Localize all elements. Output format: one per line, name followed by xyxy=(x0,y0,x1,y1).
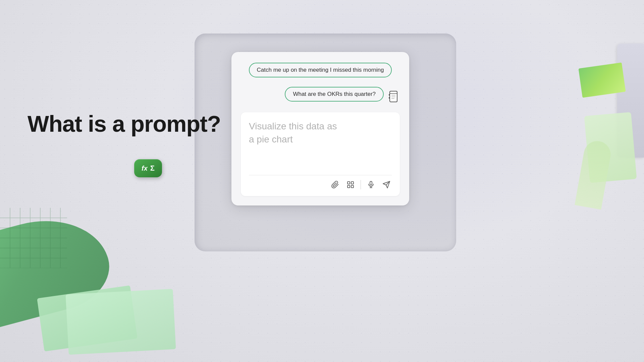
svg-rect-20 xyxy=(351,182,354,184)
svg-rect-22 xyxy=(351,185,354,188)
heading-text: What is a prompt? xyxy=(28,111,221,136)
chat-card: Catch me up on the meeting I missed this… xyxy=(231,52,409,205)
input-toolbar xyxy=(249,175,392,190)
svg-rect-17 xyxy=(389,94,390,96)
excel-sigma-label: Σ xyxy=(150,164,155,173)
deco-grid xyxy=(0,208,67,268)
toolbar-divider xyxy=(361,180,361,189)
prompt-bubble-1[interactable]: Catch me up on the meeting I missed this… xyxy=(249,63,392,77)
notebook-icon[interactable] xyxy=(387,90,400,103)
deco-mint-stack-2 xyxy=(66,289,176,355)
input-placeholder-text: Visualize this data asa pie chart xyxy=(249,120,392,171)
excel-button[interactable]: fx Σ xyxy=(134,159,162,177)
svg-rect-23 xyxy=(370,181,372,185)
bubble-row-1: Catch me up on the meeting I missed this… xyxy=(241,63,400,82)
excel-fx-label: fx xyxy=(142,165,148,172)
svg-rect-18 xyxy=(389,97,390,99)
prompt-bubble-2[interactable]: What are the OKRs this quarter? xyxy=(285,87,384,102)
svg-rect-19 xyxy=(347,182,350,184)
text-input-area[interactable]: Visualize this data asa pie chart xyxy=(241,112,400,196)
microphone-icon[interactable] xyxy=(366,179,376,190)
bubble-row-2: What are the OKRs this quarter? xyxy=(241,87,400,106)
grid-icon[interactable] xyxy=(345,179,356,190)
deco-green-note xyxy=(579,62,626,98)
svg-rect-12 xyxy=(390,91,397,102)
svg-rect-21 xyxy=(347,185,350,188)
attach-icon[interactable] xyxy=(330,179,340,190)
send-icon[interactable] xyxy=(381,179,392,190)
main-heading: What is a prompt? xyxy=(28,111,221,137)
